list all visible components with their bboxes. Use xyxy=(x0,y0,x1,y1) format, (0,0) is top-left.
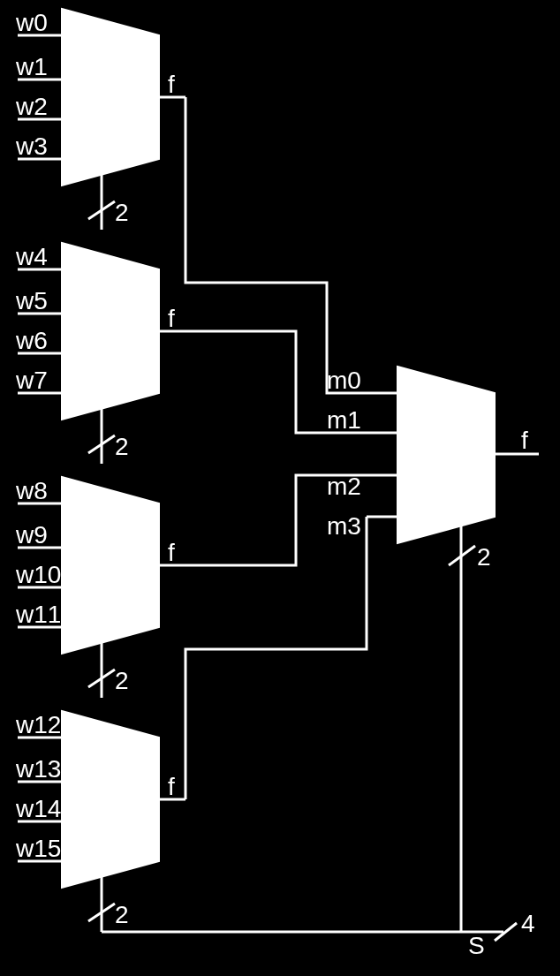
input-label: w6 xyxy=(15,327,48,354)
svg-marker-24 xyxy=(62,711,159,888)
bus-width-label: 2 xyxy=(115,901,129,928)
stage-output-label: f xyxy=(168,539,175,566)
input-label: w1 xyxy=(15,53,48,80)
svg-marker-8 xyxy=(62,243,159,420)
input-label: w12 xyxy=(15,711,61,738)
svg-marker-16 xyxy=(62,477,159,654)
mux-0: w0 w1 w2 w3 2 f xyxy=(15,9,185,230)
mux-final: m0 m1 m2 m3 f 2 xyxy=(327,367,539,574)
input-label: w14 xyxy=(15,795,61,822)
bus-width-label: 2 xyxy=(115,667,129,694)
input-label: w8 xyxy=(15,477,48,504)
final-input-label: m2 xyxy=(327,473,361,500)
bus-width-label: 2 xyxy=(477,543,491,571)
input-label: w5 xyxy=(15,287,48,314)
input-label: w15 xyxy=(15,835,61,862)
stage-output-label: f xyxy=(168,71,175,98)
input-label: w0 xyxy=(15,9,48,36)
input-label: w3 xyxy=(15,132,48,160)
bus-width-label: 2 xyxy=(115,199,129,226)
bus-width-label: 4 xyxy=(521,910,535,937)
final-output-label: f xyxy=(521,427,528,454)
final-input-label: m1 xyxy=(327,406,361,434)
select-label: S xyxy=(468,932,485,959)
stage-output-label: f xyxy=(168,773,175,800)
input-label: w7 xyxy=(15,367,48,394)
input-label: w13 xyxy=(15,755,61,783)
svg-marker-0 xyxy=(62,9,159,185)
stage-output-label: f xyxy=(168,305,175,332)
select-bus: S 4 xyxy=(102,230,535,959)
mux-16to1-diagram: w0 w1 w2 w3 2 f w4 w5 w6 w7 2 f w8 w9 xyxy=(0,0,560,976)
final-input-label: m3 xyxy=(327,512,361,540)
bus-width-label: 2 xyxy=(115,433,129,460)
input-label: w10 xyxy=(15,561,61,588)
input-label: w11 xyxy=(15,601,61,628)
input-label: w4 xyxy=(15,243,48,270)
svg-marker-32 xyxy=(397,367,495,543)
final-input-label: m0 xyxy=(327,367,361,394)
input-label: w2 xyxy=(15,93,48,120)
input-label: w9 xyxy=(15,521,48,549)
